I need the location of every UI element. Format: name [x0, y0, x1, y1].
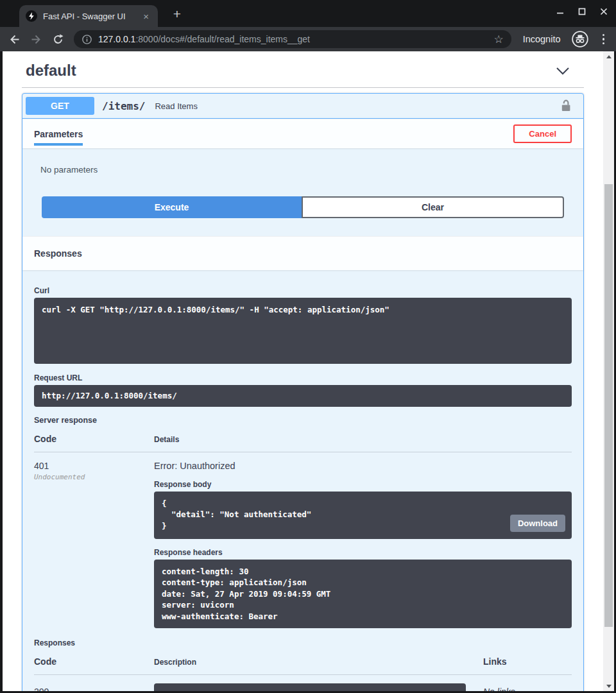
tab-parameters[interactable]: Parameters — [34, 129, 83, 139]
browser-menu-icon[interactable] — [599, 34, 608, 45]
response-body-label: Response body — [154, 480, 572, 489]
server-response-label: Server response — [34, 416, 572, 425]
request-url-label: Request URL — [34, 373, 572, 382]
cancel-button[interactable]: Cancel — [513, 124, 572, 143]
response-description: Error: Unauthorized — [154, 461, 572, 471]
auth-lock-icon[interactable] — [560, 98, 572, 114]
scrollbar-thumb[interactable] — [604, 184, 613, 627]
page-body: default GET /items/ Read Items — [0, 51, 616, 693]
responses-section-header: Responses — [22, 236, 583, 270]
column-links: Links — [483, 656, 507, 667]
execute-button[interactable]: Execute — [42, 196, 302, 218]
no-parameters-text: No parameters — [22, 148, 583, 182]
status-code: 200 — [34, 683, 154, 691]
new-tab-button[interactable]: + — [168, 5, 186, 23]
documented-table-header: Code Description Links — [34, 656, 572, 675]
bookmark-star-icon[interactable]: ☆ — [493, 34, 503, 45]
scroll-up-icon[interactable] — [603, 51, 614, 62]
response-description-box: Successful Response — [154, 683, 466, 691]
url-text[interactable]: 127.0.0.1:8000/docs#/default/read_items_… — [98, 34, 488, 44]
curl-command: curl -X GET "http://127.0.0.1:8000/items… — [34, 298, 572, 364]
status-code: 401 — [34, 461, 154, 471]
incognito-icon — [572, 31, 588, 47]
operation-summary: Read Items — [155, 101, 197, 111]
tab-close-icon[interactable]: × — [141, 10, 151, 22]
clear-button[interactable]: Clear — [302, 196, 564, 218]
forward-icon[interactable] — [30, 33, 42, 46]
url-host: 127.0.0.1 — [98, 34, 135, 44]
links-value: No links — [483, 683, 515, 691]
column-code: Code — [34, 656, 154, 667]
incognito-label: Incognito — [523, 34, 561, 44]
response-headers-label: Response headers — [154, 548, 572, 557]
minimize-icon[interactable] — [556, 7, 565, 16]
chevron-down-icon[interactable] — [556, 67, 570, 75]
documented-response-row: 200 Successful Response No links — [34, 675, 572, 691]
maximize-icon[interactable] — [578, 7, 586, 16]
operation-path: /items/ — [102, 100, 145, 112]
column-details: Details — [154, 435, 179, 444]
parameters-header: Parameters Cancel — [22, 119, 583, 148]
download-button[interactable]: Download — [510, 515, 565, 532]
url-path: :8000/docs#/default/read_items_items__ge… — [135, 34, 310, 44]
response-headers-value: content-length: 30 content-type: applica… — [154, 560, 572, 629]
curl-label: Curl — [34, 286, 572, 295]
back-icon[interactable] — [8, 33, 21, 46]
opblock-summary[interactable]: GET /items/ Read Items — [22, 94, 583, 119]
live-response-row: 401 Undocumented Error: Unauthorized Res… — [34, 452, 572, 629]
column-description: Description — [154, 658, 483, 667]
tag-section-header[interactable]: default — [22, 51, 584, 88]
swagger-page: default GET /items/ Read Items — [3, 51, 603, 691]
execute-wrapper: Execute Clear — [22, 182, 583, 236]
column-code: Code — [34, 434, 154, 444]
section-title: default — [26, 62, 76, 80]
address-bar[interactable]: 127.0.0.1:8000/docs#/default/read_items_… — [74, 30, 511, 48]
response-body-json: { "detail": "Not authenticated" } — [154, 492, 572, 539]
fastapi-favicon-icon — [26, 10, 37, 22]
opblock-get-items: GET /items/ Read Items Parameters Cance — [22, 93, 584, 691]
scroll-down-icon[interactable] — [603, 681, 614, 691]
live-response-table-header: Code Details — [34, 434, 572, 452]
documented-responses-label: Responses — [34, 638, 572, 647]
page-info-icon[interactable] — [81, 34, 92, 45]
browser-tab[interactable]: Fast API - Swagger UI × — [19, 5, 158, 27]
scrollbar[interactable] — [603, 51, 614, 691]
responses-title: Responses — [34, 248, 82, 259]
tab-strip: Fast API - Swagger UI × + — [0, 0, 616, 27]
browser-toolbar: 127.0.0.1:8000/docs#/default/read_items_… — [0, 27, 616, 51]
window-controls — [556, 7, 608, 16]
responses-body: Curl curl -X GET "http://127.0.0.1:8000/… — [22, 270, 583, 691]
undocumented-label: Undocumented — [34, 473, 154, 481]
method-badge: GET — [26, 97, 94, 115]
tab-title: Fast API - Swagger UI — [43, 12, 141, 21]
reload-icon[interactable] — [52, 33, 64, 46]
browser-window: Fast API - Swagger UI × + — [0, 0, 616, 693]
close-icon[interactable] — [599, 7, 608, 16]
request-url-value: http://127.0.0.1:8000/items/ — [34, 385, 572, 407]
